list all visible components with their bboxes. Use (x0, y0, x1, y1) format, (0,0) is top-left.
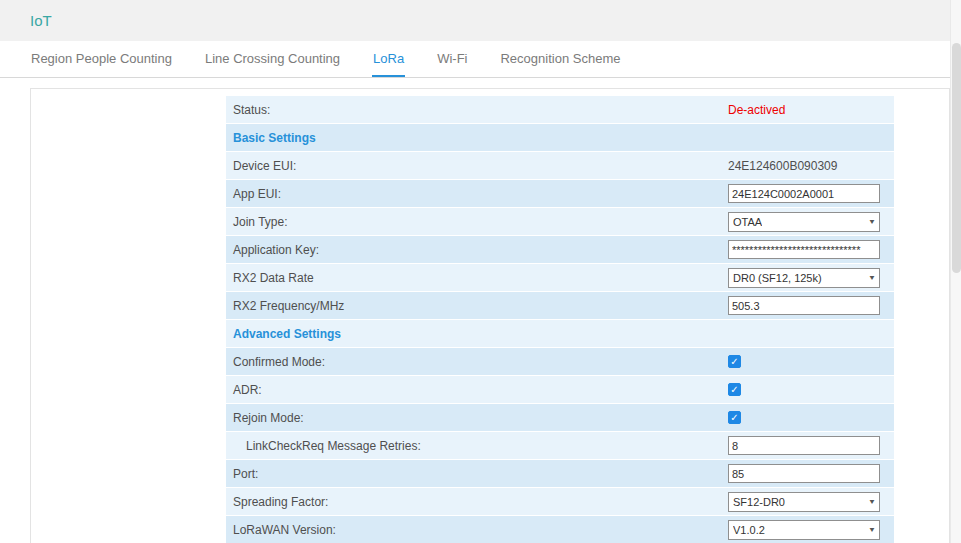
app-eui-input[interactable] (728, 184, 880, 203)
tab-lora[interactable]: LoRa (372, 41, 405, 77)
section-header-advanced-settings: Advanced Settings (226, 320, 728, 347)
label-confirmed-mode: Confirmed Mode: (226, 348, 728, 375)
checkmark-icon: ✓ (730, 413, 738, 423)
row-rx2-frequency-mhz: RX2 Frequency/MHz (226, 292, 894, 320)
application-key-input[interactable] (728, 240, 880, 259)
control-cell-application-key (728, 236, 894, 263)
scrollbar-thumb[interactable] (952, 43, 961, 273)
rx2-frequency-mhz-input[interactable] (728, 296, 880, 315)
confirmed-mode-checkbox[interactable]: ✓ (728, 355, 741, 368)
label-app-eui: App EUI: (226, 180, 728, 207)
linkcheckreq-message-retries-input[interactable] (728, 436, 880, 455)
checkmark-icon: ✓ (730, 357, 738, 367)
label-status: Status: (226, 96, 728, 123)
control-cell-port (728, 460, 894, 487)
spreading-factor-selected-value: SF12-DR0 (733, 496, 785, 508)
row-rejoin-mode: Rejoin Mode:✓ (226, 404, 894, 432)
tab-region-people-counting[interactable]: Region People Counting (30, 41, 173, 77)
row-application-key: Application Key: (226, 236, 894, 264)
row-advanced-settings: Advanced Settings (226, 320, 894, 348)
label-lorawan-version: LoRaWAN Version: (226, 516, 728, 543)
label-rejoin-mode: Rejoin Mode: (226, 404, 728, 431)
tab-recognition-scheme[interactable]: Recognition Scheme (499, 41, 621, 77)
dropdown-arrow-icon: ▼ (868, 497, 876, 505)
page-title: IoT (30, 12, 52, 29)
label-linkcheckreq-message-retries: LinkCheckReq Message Retries: (226, 432, 728, 459)
control-cell-app-eui (728, 180, 894, 207)
value-device-eui: 24E124600B090309 (728, 159, 837, 173)
label-port: Port: (226, 460, 728, 487)
lorawan-version-selected-value: V1.0.2 (733, 524, 765, 536)
label-device-eui: Device EUI: (226, 152, 728, 179)
join-type-select[interactable]: OTAA▼ (728, 212, 880, 232)
row-spreading-factor: Spreading Factor:SF12-DR0▼ (226, 488, 894, 516)
row-port: Port: (226, 460, 894, 488)
row-join-type: Join Type:OTAA▼ (226, 208, 894, 236)
row-confirmed-mode: Confirmed Mode:✓ (226, 348, 894, 376)
lorawan-version-select[interactable]: V1.0.2▼ (728, 520, 880, 540)
port-input[interactable] (728, 464, 880, 483)
dropdown-arrow-icon: ▼ (868, 217, 876, 225)
tab-bar: Region People CountingLine Crossing Coun… (0, 41, 961, 78)
control-cell-confirmed-mode: ✓ (728, 348, 894, 375)
value-status: De-actived (728, 103, 785, 117)
control-cell-linkcheckreq-message-retries (728, 432, 894, 459)
row-lorawan-version: LoRaWAN Version:V1.0.2▼ (226, 516, 894, 543)
page-header: IoT (0, 0, 961, 41)
control-cell-spreading-factor: SF12-DR0▼ (728, 488, 894, 515)
control-cell-join-type: OTAA▼ (728, 208, 894, 235)
section-header-basic-settings: Basic Settings (226, 124, 728, 151)
settings-table: Status:De-activedBasic SettingsDevice EU… (226, 96, 894, 543)
control-cell-device-eui: 24E124600B090309 (728, 152, 894, 179)
row-adr: ADR:✓ (226, 376, 894, 404)
dropdown-arrow-icon: ▼ (868, 273, 876, 281)
control-cell-rx2-data-rate: DR0 (SF12, 125k)▼ (728, 264, 894, 291)
row-rx2-data-rate: RX2 Data RateDR0 (SF12, 125k)▼ (226, 264, 894, 292)
rejoin-mode-checkbox[interactable]: ✓ (728, 411, 741, 424)
label-application-key: Application Key: (226, 236, 728, 263)
adr-checkbox[interactable]: ✓ (728, 383, 741, 396)
row-device-eui: Device EUI:24E124600B090309 (226, 152, 894, 180)
label-rx2-data-rate: RX2 Data Rate (226, 264, 728, 291)
content-panel: Status:De-activedBasic SettingsDevice EU… (30, 88, 950, 543)
control-cell-lorawan-version: V1.0.2▼ (728, 516, 894, 543)
label-spreading-factor: Spreading Factor: (226, 488, 728, 515)
join-type-selected-value: OTAA (733, 216, 762, 228)
label-join-type: Join Type: (226, 208, 728, 235)
label-adr: ADR: (226, 376, 728, 403)
row-status: Status:De-actived (226, 96, 894, 124)
row-app-eui: App EUI: (226, 180, 894, 208)
control-cell-adr: ✓ (728, 376, 894, 403)
rx2-data-rate-selected-value: DR0 (SF12, 125k) (733, 272, 822, 284)
control-cell-status: De-actived (728, 96, 894, 123)
tab-wi-fi[interactable]: Wi-Fi (436, 41, 468, 77)
row-basic-settings: Basic Settings (226, 124, 894, 152)
page: IoT Region People CountingLine Crossing … (0, 0, 961, 543)
tab-line-crossing-counting[interactable]: Line Crossing Counting (204, 41, 341, 77)
spreading-factor-select[interactable]: SF12-DR0▼ (728, 492, 880, 512)
checkmark-icon: ✓ (730, 385, 738, 395)
control-cell-rejoin-mode: ✓ (728, 404, 894, 431)
dropdown-arrow-icon: ▼ (868, 525, 876, 533)
label-rx2-frequency-mhz: RX2 Frequency/MHz (226, 292, 728, 319)
control-cell-rx2-frequency-mhz (728, 292, 894, 319)
row-linkcheckreq-message-retries: LinkCheckReq Message Retries: (226, 432, 894, 460)
rx2-data-rate-select[interactable]: DR0 (SF12, 125k)▼ (728, 268, 880, 288)
scrollbar[interactable] (950, 0, 961, 543)
